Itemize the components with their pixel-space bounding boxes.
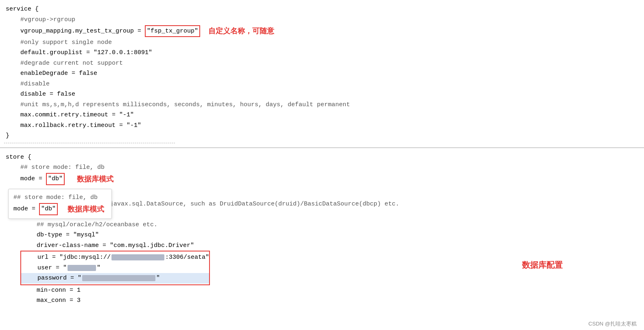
code-text: mode = [20, 174, 46, 184]
code-text: " [156, 273, 160, 284]
blurred-password [82, 275, 155, 281]
boxed-value-fsp: "fsp_tx_group" [145, 25, 200, 37]
code-line: ## mysql/oracle/h2/oceanbase etc. [4, 220, 644, 230]
code-text: password = " [37, 273, 81, 284]
code-line-vgroup: vgroup_mapping.my_test_tx_group = "fsp_t… [4, 25, 644, 37]
store-code-block: store { ## store mode: file, db mode = "… [0, 152, 644, 306]
code-line-store: store { [4, 152, 644, 163]
code-text: min-conn = 1 [37, 285, 81, 296]
code-line: max.rollback.retry.timeout = "-1" [4, 120, 644, 131]
code-text: max.commit.retry.timeout = "-1" [20, 110, 134, 120]
callout-mode-line: mode = "db" 数据库模式 [13, 203, 104, 216]
code-text: service { [6, 4, 39, 15]
annotation-custom-name: 自定义名称，可随意 [208, 25, 274, 37]
boxed-value-db: "db" [46, 173, 65, 185]
callout-region: ## store mode: file, db mode = "db" 数据库模… [4, 162, 644, 185]
blurred-user [68, 265, 96, 271]
code-line-password: password = " " [21, 273, 209, 284]
code-line: #vgroup->rgroup [4, 15, 644, 25]
code-line-max-conn: max_conn = 3 [4, 295, 644, 306]
code-line: disable = false [4, 89, 644, 100]
code-line: db-type = "mysql" [4, 230, 644, 240]
service-code-block: service { #vgroup->rgroup vgroup_mapping… [0, 4, 644, 141]
code-line: #only support single node [4, 37, 644, 48]
code-comment: ## store mode: file, db [20, 162, 105, 173]
code-line-user: user = " " [21, 263, 209, 273]
code-text: url = "jdbc:mysql:// [37, 252, 111, 263]
section-divider [4, 143, 175, 143]
code-text: store { [6, 152, 31, 163]
page-container: service { #vgroup->rgroup vgroup_mapping… [0, 0, 644, 330]
code-line: enableDegrade = false [4, 68, 644, 79]
code-text: disable = false [20, 89, 75, 100]
callout-box: ## store mode: file, db mode = "db" 数据库模… [8, 189, 112, 219]
spacer [4, 185, 644, 188]
section-top: service { #vgroup->rgroup vgroup_mapping… [0, 0, 644, 148]
red-border-db-config: url = "jdbc:mysql:// :3306/seata" user =… [20, 251, 210, 285]
code-text: default.grouplist = "127.0.0.1:8091" [20, 48, 152, 58]
code-line: #degrade current not support [4, 58, 644, 69]
code-comment: #only support single node [20, 37, 112, 48]
code-comment: #vgroup->rgroup [20, 15, 75, 25]
code-line: #unit ms,s,m,h,d represents milliseconds… [4, 100, 644, 110]
code-line: default.grouplist = "127.0.0.1:8091" [4, 48, 644, 58]
code-text: max.rollback.retry.timeout = "-1" [20, 120, 141, 131]
code-text: driver-class-name = "com.mysql.jdbc.Driv… [37, 240, 194, 251]
code-line-min-conn: min-conn = 1 [4, 285, 644, 296]
code-text: " [97, 263, 100, 273]
code-line: } [4, 131, 644, 141]
code-comment: #degrade current not support [20, 58, 123, 69]
code-line: ## store mode: file, db [4, 162, 644, 173]
code-line: driver-class-name = "com.mysql.jdbc.Driv… [4, 240, 644, 251]
db-config-region: url = "jdbc:mysql:// :3306/seata" user =… [4, 251, 644, 285]
code-line-url: url = "jdbc:mysql:// :3306/seata" [21, 252, 209, 263]
section-bottom: store { ## store mode: file, db mode = "… [0, 148, 644, 330]
code-line-mode: mode = "db" 数据库模式 [4, 173, 644, 186]
annotation-db-mode: 数据库模式 [77, 173, 114, 186]
code-text: mode = [13, 204, 39, 214]
code-text: vgroup_mapping.my_test_tx_group = [20, 26, 145, 37]
annotation-db-config: 数据库配置 [522, 258, 563, 272]
watermark: CSDN @扎哇太枣糕 [588, 320, 637, 328]
blurred-host [111, 254, 164, 260]
code-line: service { [4, 4, 644, 15]
code-comment: ## mysql/oracle/h2/oceanbase etc. [37, 220, 157, 230]
code-text: db-type = "mysql" [37, 230, 99, 240]
code-comment: ## store mode: file, db [13, 192, 98, 203]
code-comment: #unit ms,s,m,h,d represents milliseconds… [20, 100, 350, 110]
code-text: enableDegrade = false [20, 68, 97, 79]
code-text: max_conn = 3 [37, 295, 81, 306]
code-line: #disable [4, 79, 644, 90]
code-text: } [6, 131, 9, 141]
code-comment: #disable [20, 79, 50, 90]
callout-boxed-db: "db" [39, 203, 58, 215]
code-text: user = " [37, 263, 67, 273]
code-text: :3306/seata" [165, 252, 209, 263]
code-line: max.commit.retry.timeout = "-1" [4, 110, 644, 120]
callout-annotation: 数据库模式 [68, 203, 104, 216]
callout-comment: ## store mode: file, db [13, 192, 104, 203]
